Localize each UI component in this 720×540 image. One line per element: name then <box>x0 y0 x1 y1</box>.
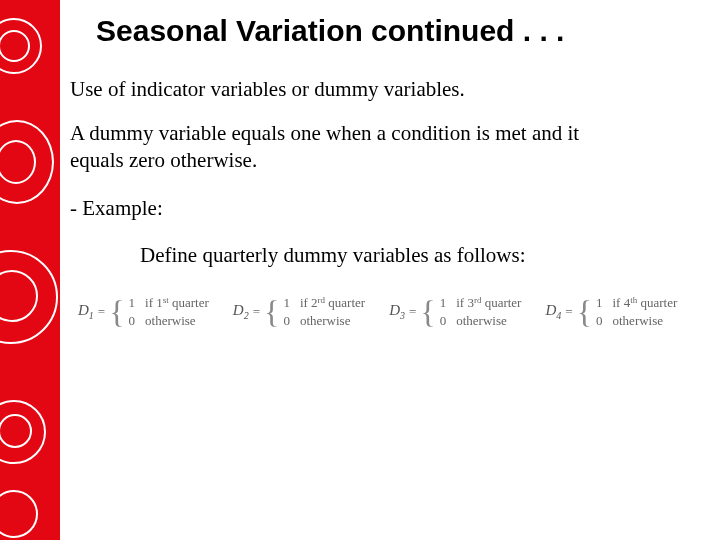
dummy-d3: D3 = { 1 if 3rd quarter 0 otherwise <box>389 294 521 329</box>
slide-content: Seasonal Variation continued . . . Use o… <box>70 0 710 329</box>
slide-title: Seasonal Variation continued . . . <box>96 14 710 48</box>
dummy-d4: D4 = { 1 if 4th quarter 0 otherwise <box>545 294 677 329</box>
decorative-band <box>0 0 60 540</box>
definition-paragraph: A dummy variable equals one when a condi… <box>70 120 630 173</box>
define-line: Define quarterly dummy variables as foll… <box>140 242 710 268</box>
subheading: Use of indicator variables or dummy vari… <box>70 76 710 102</box>
dummy-d2: D2 = { 1 if 2rd quarter 0 otherwise <box>233 294 365 329</box>
example-label: - Example: <box>70 195 710 221</box>
dummy-formulas: D1 = { 1 if 1st quarter 0 otherwise D2 =… <box>78 294 710 329</box>
dummy-d1: D1 = { 1 if 1st quarter 0 otherwise <box>78 294 209 329</box>
